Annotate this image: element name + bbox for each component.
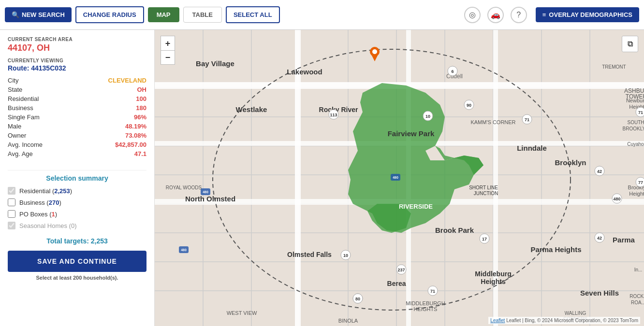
svg-text:Berea: Berea [387, 280, 406, 287]
change-radius-button[interactable]: CHANGE RADIUS [75, 6, 144, 23]
residential-count: 2,253 [54, 187, 70, 195]
svg-text:71: 71 [430, 289, 435, 294]
table-row: State OH [8, 85, 146, 94]
svg-text:ROA...: ROA... [631, 300, 644, 305]
svg-text:In...: In... [634, 267, 643, 272]
svg-text:TREMONT: TREMONT [602, 64, 626, 70]
male-label: Male [8, 122, 73, 131]
overlay-demographics-button[interactable]: ≡ OVERLAY DEMOGRAPHICS [536, 7, 639, 22]
new-search-button[interactable]: 🔍 NEW SEARCH [5, 7, 72, 22]
svg-text:90: 90 [467, 103, 471, 108]
total-targets: Total targets: 2,253 [8, 237, 146, 245]
select-all-label: SELECT ALL [234, 11, 272, 18]
state-label: State [8, 85, 73, 94]
svg-text:Heights: Heights [481, 278, 506, 285]
change-radius-label: CHANGE RADIUS [83, 11, 136, 18]
svg-text:Middleburg: Middleburg [475, 270, 511, 278]
svg-text:Bay Village: Bay Village [196, 59, 234, 68]
avg-age-value: 47.1 [73, 149, 146, 158]
svg-text:BINOLA: BINOLA [338, 318, 358, 324]
svg-text:10: 10 [425, 114, 430, 119]
svg-text:HEIGHTS: HEIGHTS [414, 306, 438, 312]
svg-text:Linndale: Linndale [517, 144, 547, 152]
svg-text:480: 480 [181, 248, 187, 252]
seasonal-homes-checkbox[interactable] [8, 222, 15, 229]
svg-text:42: 42 [597, 169, 602, 174]
table-row: Single Fam 96% [8, 113, 146, 122]
map-tab-button[interactable]: MAP [148, 7, 179, 22]
svg-text:MIDDLEBURGH: MIDDLEBURGH [406, 300, 445, 306]
po-boxes-checkbox-row: PO Boxes (1) [8, 210, 146, 218]
svg-text:80: 80 [355, 297, 360, 301]
table-row: City CLEVELAND [8, 76, 146, 85]
zoom-in-button[interactable]: + [161, 36, 175, 50]
map-tab-label: MAP [157, 11, 171, 18]
table-row: Male 48.19% [8, 122, 146, 131]
table-row: Owner 73.08% [8, 131, 146, 140]
male-value: 48.19% [73, 122, 146, 131]
residential-checkbox-label: Residential (2,253) [19, 187, 72, 195]
residential-checkbox[interactable] [8, 187, 15, 195]
hint-prefix: Select at least [36, 275, 73, 281]
filter-icon: ≡ [542, 11, 546, 18]
city-label: City [8, 76, 73, 85]
hint-number: 200 [73, 275, 82, 281]
help-icon-button[interactable]: ? [511, 7, 527, 23]
search-icon: 🔍 [12, 11, 19, 18]
residential-label: Residential [8, 94, 73, 103]
po-boxes-checkbox[interactable] [8, 210, 15, 218]
overlay-label: OVERLAY DEMOGRAPHICS [549, 11, 632, 18]
avg-age-label: Avg. Age [8, 149, 73, 158]
car-icon-button[interactable]: 🚗 [487, 7, 504, 23]
table-tab-button[interactable]: TABLE [183, 7, 222, 23]
business-value: 180 [73, 103, 146, 113]
selection-summary-title: Selection summary [8, 174, 146, 182]
zoom-out-button[interactable]: − [161, 50, 175, 65]
divider [8, 170, 146, 170]
table-tab-label: TABLE [192, 11, 213, 18]
zip-value: 44107, OH [8, 43, 146, 53]
map-layer-button[interactable]: ⧉ [622, 36, 638, 52]
layers-icon: ⧉ [628, 40, 633, 48]
svg-text:Seven Hills: Seven Hills [580, 289, 619, 297]
svg-text:Brook Park: Brook Park [435, 226, 474, 234]
map-area[interactable]: 480 480 480 Bay Village Lakewood Cudell … [155, 30, 644, 326]
svg-text:ROCKS: ROCKS [629, 294, 644, 299]
svg-text:RIVERSIDE: RIVERSIDE [399, 203, 433, 210]
hint-text: Select at least 200 household(s). [8, 275, 146, 281]
po-boxes-count: 1 [51, 211, 55, 218]
seasonal-homes-count: 0 [71, 222, 74, 229]
svg-text:Fairview Park: Fairview Park [388, 129, 435, 138]
business-checkbox[interactable] [8, 198, 15, 206]
svg-text:ROYAL WOODS: ROYAL WOODS [166, 185, 202, 190]
svg-text:KAMM'S CORNER: KAMM'S CORNER [470, 119, 515, 125]
table-row: Avg. Income $42,857.00 [8, 140, 146, 149]
svg-text:Parma Heights: Parma Heights [530, 245, 581, 254]
svg-text:480: 480 [203, 190, 208, 194]
map-attribution: Leaflet Leaflet | Bing, © 2024 Microsoft… [488, 317, 640, 324]
svg-text:480: 480 [393, 176, 398, 179]
select-all-button[interactable]: SELECT ALL [226, 6, 280, 23]
svg-text:71: 71 [525, 117, 529, 122]
target-icon-button[interactable]: ◎ [464, 7, 481, 23]
left-panel: CURRENT SEARCH AREA 44107, OH CURRENTLY … [0, 30, 155, 326]
svg-text:SHORT LINE: SHORT LINE [469, 185, 498, 190]
svg-text:WALLING: WALLING [565, 311, 586, 316]
owner-value: 73.08% [73, 131, 146, 140]
table-row: Avg. Age 47.1 [8, 149, 146, 158]
save-button-label: SAVE AND CONTINUE [37, 257, 117, 265]
business-count: 270 [49, 199, 59, 206]
toolbar-icons: ◎ 🚗 ? [464, 7, 527, 23]
residential-checkbox-row: Residential (2,253) [8, 187, 146, 195]
attribution-text: Leaflet | Bing, © 2024 Microsoft Corpora… [506, 318, 638, 323]
table-row: Business 180 [8, 103, 146, 113]
svg-text:71: 71 [638, 110, 643, 115]
svg-text:6: 6 [451, 69, 454, 74]
current-search-area-label: CURRENT SEARCH AREA [8, 37, 146, 42]
save-and-continue-button[interactable]: SAVE AND CONTINUE [8, 251, 146, 272]
business-checkbox-label: Business (270) [19, 199, 61, 206]
residential-value: 100 [73, 94, 146, 103]
map-controls: + − [161, 36, 175, 65]
seasonal-homes-checkbox-label: Seasonal Homes (0) [19, 222, 77, 229]
leaflet-link[interactable]: Leaflet [490, 318, 505, 323]
